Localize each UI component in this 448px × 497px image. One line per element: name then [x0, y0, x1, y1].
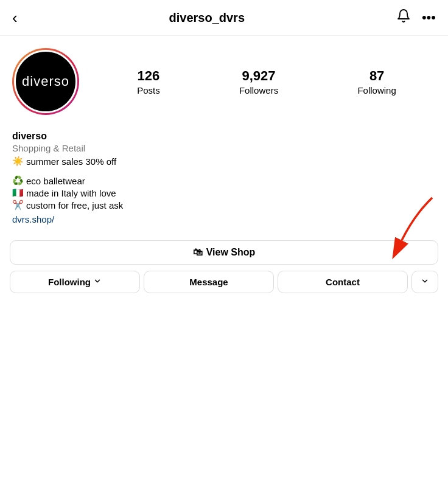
posts-count: 126 [138, 68, 160, 84]
view-shop-label: View Shop [206, 247, 256, 258]
back-button[interactable]: ‹ [12, 10, 18, 26]
recycle-emoji: ♻️ [12, 175, 24, 186]
message-label: Message [189, 277, 228, 287]
buttons-section: 🛍 View Shop Following Message Contact [0, 234, 448, 303]
header-icons: ••• [396, 9, 436, 27]
shop-bag-icon: 🛍 [193, 247, 203, 258]
contact-label: Contact [326, 277, 360, 287]
posts-stat[interactable]: 126 Posts [137, 68, 160, 96]
posts-label: Posts [137, 85, 160, 96]
contact-button[interactable]: Contact [278, 271, 408, 293]
profile-name: diverso [12, 131, 436, 142]
header: ‹ diverso_dvrs ••• [0, 0, 448, 36]
profile-section: diverso 126 Posts 9,927 Followers 87 Fol… [0, 36, 448, 131]
action-buttons: Following Message Contact [10, 271, 438, 293]
bio-text-3: made in Italy with love [26, 188, 116, 198]
stats-row: 126 Posts 9,927 Followers 87 Following [97, 68, 436, 96]
profile-username: diverso_dvrs [169, 11, 245, 25]
more-options-icon[interactable]: ••• [422, 10, 436, 26]
scissors-emoji: ✂️ [12, 200, 24, 210]
avatar-text: diverso [22, 74, 69, 89]
profile-link[interactable]: dvrs.shop/ [12, 214, 436, 224]
bio-line-2: ♻️ eco balletwear [12, 175, 436, 186]
bio-line-1: ☀️ summer sales 30% off [12, 156, 436, 167]
profile-top: diverso 126 Posts 9,927 Followers 87 Fol… [12, 48, 436, 115]
bio-text-2: eco balletwear [26, 176, 85, 186]
bio-text-4: custom for free, just ask [26, 200, 123, 210]
avatar[interactable]: diverso [12, 48, 79, 115]
bio-text-1: summer sales 30% off [26, 156, 116, 167]
view-shop-button[interactable]: 🛍 View Shop [10, 240, 438, 265]
followers-stat[interactable]: 9,927 Followers [239, 68, 278, 96]
buttons-wrapper: 🛍 View Shop Following Message Contact [10, 240, 438, 293]
bio-line-3: 🇮🇹 made in Italy with love [12, 187, 436, 198]
more-chevron-icon [421, 277, 429, 287]
italy-flag-emoji: 🇮🇹 [12, 187, 24, 198]
following-button[interactable]: Following [10, 271, 140, 293]
notification-icon[interactable] [396, 9, 411, 27]
followers-label: Followers [239, 85, 278, 96]
following-label: Following [357, 85, 396, 96]
more-button[interactable] [411, 271, 438, 293]
following-label: Following [48, 277, 91, 287]
profile-category: Shopping & Retail [12, 143, 436, 153]
bio-line-4: ✂️ custom for free, just ask [12, 200, 436, 210]
sun-emoji: ☀️ [12, 156, 24, 167]
bio-section: diverso Shopping & Retail ☀️ summer sale… [0, 131, 448, 234]
message-button[interactable]: Message [144, 271, 274, 293]
following-count: 87 [369, 68, 384, 84]
following-chevron-icon [93, 277, 102, 287]
followers-count: 9,927 [242, 68, 276, 84]
following-stat[interactable]: 87 Following [357, 68, 396, 96]
